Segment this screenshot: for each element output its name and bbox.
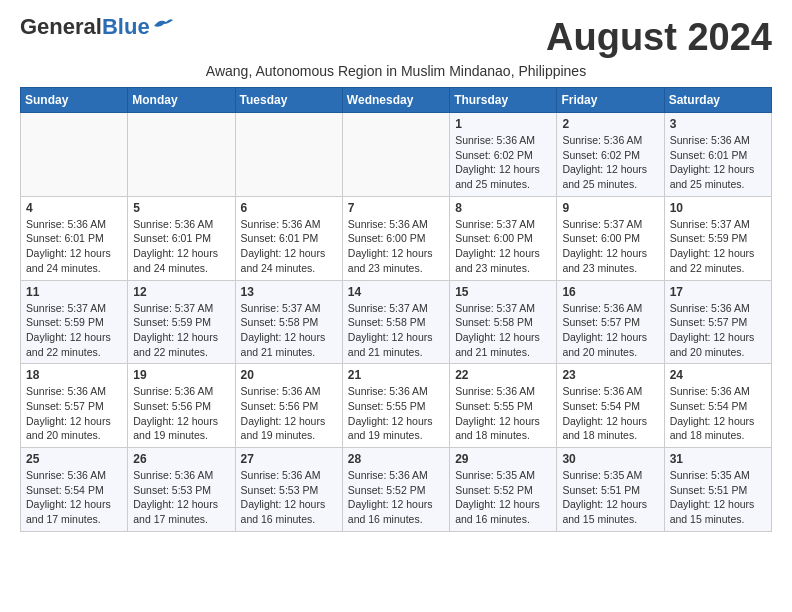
day-info: Sunrise: 5:36 AMSunset: 5:57 PMDaylight:…	[562, 301, 658, 360]
day-number: 29	[455, 452, 551, 466]
calendar-day-cell: 26Sunrise: 5:36 AMSunset: 5:53 PMDayligh…	[128, 448, 235, 532]
day-number: 2	[562, 117, 658, 131]
day-info: Sunrise: 5:36 AMSunset: 5:53 PMDaylight:…	[133, 468, 229, 527]
calendar-day-cell	[342, 113, 449, 197]
day-number: 15	[455, 285, 551, 299]
calendar-week-row: 25Sunrise: 5:36 AMSunset: 5:54 PMDayligh…	[21, 448, 772, 532]
calendar-day-cell: 11Sunrise: 5:37 AMSunset: 5:59 PMDayligh…	[21, 280, 128, 364]
weekday-header-cell: Thursday	[450, 88, 557, 113]
calendar-day-cell: 5Sunrise: 5:36 AMSunset: 6:01 PMDaylight…	[128, 196, 235, 280]
weekday-header-cell: Monday	[128, 88, 235, 113]
day-info: Sunrise: 5:36 AMSunset: 5:55 PMDaylight:…	[348, 384, 444, 443]
day-number: 1	[455, 117, 551, 131]
calendar-day-cell: 20Sunrise: 5:36 AMSunset: 5:56 PMDayligh…	[235, 364, 342, 448]
calendar-day-cell: 23Sunrise: 5:36 AMSunset: 5:54 PMDayligh…	[557, 364, 664, 448]
day-number: 12	[133, 285, 229, 299]
calendar-day-cell: 25Sunrise: 5:36 AMSunset: 5:54 PMDayligh…	[21, 448, 128, 532]
day-number: 20	[241, 368, 337, 382]
day-number: 22	[455, 368, 551, 382]
day-info: Sunrise: 5:36 AMSunset: 6:02 PMDaylight:…	[562, 133, 658, 192]
calendar-day-cell	[128, 113, 235, 197]
calendar-day-cell: 21Sunrise: 5:36 AMSunset: 5:55 PMDayligh…	[342, 364, 449, 448]
day-info: Sunrise: 5:35 AMSunset: 5:52 PMDaylight:…	[455, 468, 551, 527]
month-title: August 2024	[546, 16, 772, 59]
calendar-day-cell: 15Sunrise: 5:37 AMSunset: 5:58 PMDayligh…	[450, 280, 557, 364]
day-info: Sunrise: 5:36 AMSunset: 6:02 PMDaylight:…	[455, 133, 551, 192]
calendar-week-row: 11Sunrise: 5:37 AMSunset: 5:59 PMDayligh…	[21, 280, 772, 364]
calendar-day-cell: 30Sunrise: 5:35 AMSunset: 5:51 PMDayligh…	[557, 448, 664, 532]
day-number: 3	[670, 117, 766, 131]
calendar-day-cell: 7Sunrise: 5:36 AMSunset: 6:00 PMDaylight…	[342, 196, 449, 280]
calendar-week-row: 1Sunrise: 5:36 AMSunset: 6:02 PMDaylight…	[21, 113, 772, 197]
day-info: Sunrise: 5:37 AMSunset: 5:58 PMDaylight:…	[455, 301, 551, 360]
calendar-day-cell	[235, 113, 342, 197]
calendar-day-cell: 8Sunrise: 5:37 AMSunset: 6:00 PMDaylight…	[450, 196, 557, 280]
day-number: 26	[133, 452, 229, 466]
calendar-day-cell	[21, 113, 128, 197]
calendar-day-cell: 3Sunrise: 5:36 AMSunset: 6:01 PMDaylight…	[664, 113, 771, 197]
logo: GeneralBlue	[20, 16, 174, 38]
logo-bird-icon	[152, 16, 174, 34]
day-info: Sunrise: 5:36 AMSunset: 5:54 PMDaylight:…	[670, 384, 766, 443]
day-info: Sunrise: 5:36 AMSunset: 5:54 PMDaylight:…	[562, 384, 658, 443]
day-info: Sunrise: 5:37 AMSunset: 5:59 PMDaylight:…	[670, 217, 766, 276]
day-number: 28	[348, 452, 444, 466]
calendar-body: 1Sunrise: 5:36 AMSunset: 6:02 PMDaylight…	[21, 113, 772, 532]
day-info: Sunrise: 5:35 AMSunset: 5:51 PMDaylight:…	[562, 468, 658, 527]
day-info: Sunrise: 5:36 AMSunset: 5:54 PMDaylight:…	[26, 468, 122, 527]
day-info: Sunrise: 5:36 AMSunset: 5:55 PMDaylight:…	[455, 384, 551, 443]
logo-text: GeneralBlue	[20, 16, 150, 38]
calendar-day-cell: 29Sunrise: 5:35 AMSunset: 5:52 PMDayligh…	[450, 448, 557, 532]
day-number: 16	[562, 285, 658, 299]
day-info: Sunrise: 5:37 AMSunset: 5:59 PMDaylight:…	[26, 301, 122, 360]
day-info: Sunrise: 5:37 AMSunset: 5:59 PMDaylight:…	[133, 301, 229, 360]
day-info: Sunrise: 5:36 AMSunset: 5:52 PMDaylight:…	[348, 468, 444, 527]
weekday-header-row: SundayMondayTuesdayWednesdayThursdayFrid…	[21, 88, 772, 113]
calendar-day-cell: 12Sunrise: 5:37 AMSunset: 5:59 PMDayligh…	[128, 280, 235, 364]
calendar-day-cell: 6Sunrise: 5:36 AMSunset: 6:01 PMDaylight…	[235, 196, 342, 280]
day-info: Sunrise: 5:36 AMSunset: 5:53 PMDaylight:…	[241, 468, 337, 527]
calendar-table: SundayMondayTuesdayWednesdayThursdayFrid…	[20, 87, 772, 532]
day-info: Sunrise: 5:35 AMSunset: 5:51 PMDaylight:…	[670, 468, 766, 527]
calendar-day-cell: 4Sunrise: 5:36 AMSunset: 6:01 PMDaylight…	[21, 196, 128, 280]
calendar-day-cell: 1Sunrise: 5:36 AMSunset: 6:02 PMDaylight…	[450, 113, 557, 197]
weekday-header-cell: Wednesday	[342, 88, 449, 113]
day-number: 7	[348, 201, 444, 215]
day-number: 6	[241, 201, 337, 215]
calendar-week-row: 18Sunrise: 5:36 AMSunset: 5:57 PMDayligh…	[21, 364, 772, 448]
day-info: Sunrise: 5:37 AMSunset: 6:00 PMDaylight:…	[455, 217, 551, 276]
day-info: Sunrise: 5:36 AMSunset: 5:57 PMDaylight:…	[670, 301, 766, 360]
day-number: 4	[26, 201, 122, 215]
weekday-header-cell: Sunday	[21, 88, 128, 113]
day-number: 31	[670, 452, 766, 466]
day-info: Sunrise: 5:36 AMSunset: 5:56 PMDaylight:…	[133, 384, 229, 443]
calendar-day-cell: 19Sunrise: 5:36 AMSunset: 5:56 PMDayligh…	[128, 364, 235, 448]
day-number: 5	[133, 201, 229, 215]
day-number: 9	[562, 201, 658, 215]
day-number: 11	[26, 285, 122, 299]
day-info: Sunrise: 5:37 AMSunset: 6:00 PMDaylight:…	[562, 217, 658, 276]
day-number: 13	[241, 285, 337, 299]
calendar-day-cell: 28Sunrise: 5:36 AMSunset: 5:52 PMDayligh…	[342, 448, 449, 532]
calendar-day-cell: 22Sunrise: 5:36 AMSunset: 5:55 PMDayligh…	[450, 364, 557, 448]
day-number: 18	[26, 368, 122, 382]
weekday-header-cell: Tuesday	[235, 88, 342, 113]
calendar-day-cell: 14Sunrise: 5:37 AMSunset: 5:58 PMDayligh…	[342, 280, 449, 364]
day-info: Sunrise: 5:36 AMSunset: 6:01 PMDaylight:…	[26, 217, 122, 276]
calendar-week-row: 4Sunrise: 5:36 AMSunset: 6:01 PMDaylight…	[21, 196, 772, 280]
calendar-day-cell: 18Sunrise: 5:36 AMSunset: 5:57 PMDayligh…	[21, 364, 128, 448]
calendar-day-cell: 2Sunrise: 5:36 AMSunset: 6:02 PMDaylight…	[557, 113, 664, 197]
weekday-header-cell: Friday	[557, 88, 664, 113]
header: GeneralBlue August 2024	[20, 16, 772, 59]
day-info: Sunrise: 5:36 AMSunset: 6:00 PMDaylight:…	[348, 217, 444, 276]
calendar-day-cell: 31Sunrise: 5:35 AMSunset: 5:51 PMDayligh…	[664, 448, 771, 532]
calendar-day-cell: 10Sunrise: 5:37 AMSunset: 5:59 PMDayligh…	[664, 196, 771, 280]
day-info: Sunrise: 5:36 AMSunset: 5:57 PMDaylight:…	[26, 384, 122, 443]
day-number: 14	[348, 285, 444, 299]
day-number: 19	[133, 368, 229, 382]
weekday-header-cell: Saturday	[664, 88, 771, 113]
subtitle: Awang, Autonomous Region in Muslim Minda…	[20, 63, 772, 79]
calendar-day-cell: 16Sunrise: 5:36 AMSunset: 5:57 PMDayligh…	[557, 280, 664, 364]
day-number: 21	[348, 368, 444, 382]
day-number: 10	[670, 201, 766, 215]
